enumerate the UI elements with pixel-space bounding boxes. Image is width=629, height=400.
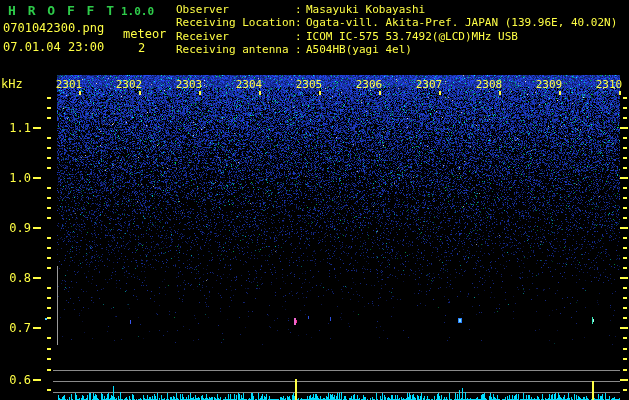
app-version: 1.0.0 bbox=[121, 5, 154, 18]
time-tick-label: 2301 bbox=[56, 79, 83, 91]
info-row-location: Receiving Location:Ogata-vill. Akita-Pre… bbox=[176, 16, 617, 29]
info-separator: : bbox=[295, 30, 306, 43]
output-filename: 0701042300.png bbox=[3, 21, 104, 35]
info-row-receiver: Receiver:ICOM IC-575 53.7492(@LCD)MHz US… bbox=[176, 30, 617, 43]
time-tick-label: 2302 bbox=[116, 79, 143, 91]
time-tick-label: 2303 bbox=[176, 79, 203, 91]
time-tick-label: 2305 bbox=[296, 79, 323, 91]
info-value: ICOM IC-575 53.7492(@LCD)MHz USB bbox=[306, 30, 518, 43]
time-tick-label: 2304 bbox=[236, 79, 263, 91]
freq-tick-label: 0.7 bbox=[0, 322, 31, 334]
info-value: Masayuki Kobayashi bbox=[306, 3, 425, 16]
station-info-table: Observer:Masayuki Kobayashi Receiving Lo… bbox=[176, 3, 617, 57]
hrofft-screen: H R O F F T 1.0.0 0701042300.png meteor … bbox=[0, 0, 629, 400]
info-label: Observer bbox=[176, 3, 295, 16]
info-label: Receiving antenna bbox=[176, 43, 295, 56]
spectrogram-canvas bbox=[0, 0, 629, 400]
info-separator: : bbox=[295, 43, 306, 56]
info-label: Receiver bbox=[176, 30, 295, 43]
freq-tick-label: 1.0 bbox=[0, 172, 31, 184]
meteor-count: 2 bbox=[138, 41, 145, 55]
freq-tick-label: 0.8 bbox=[0, 272, 31, 284]
freq-tick-label: 1.1 bbox=[0, 122, 31, 134]
app-title: H R O F F T bbox=[8, 3, 116, 18]
time-tick-label: 2310 bbox=[596, 79, 623, 91]
info-value: A504HB(yagi 4el) bbox=[306, 43, 412, 56]
info-row-antenna: Receiving antenna:A504HB(yagi 4el) bbox=[176, 43, 617, 56]
time-tick-label: 2307 bbox=[416, 79, 443, 91]
info-label: Receiving Location bbox=[176, 16, 295, 29]
mode-label: meteor bbox=[123, 27, 166, 41]
time-tick-label: 2309 bbox=[536, 79, 563, 91]
info-value: Ogata-vill. Akita-Pref. JAPAN (139.96E, … bbox=[306, 16, 617, 29]
info-separator: : bbox=[295, 16, 306, 29]
freq-unit-label: kHz bbox=[1, 77, 23, 91]
info-row-observer: Observer:Masayuki Kobayashi bbox=[176, 3, 617, 16]
time-tick-label: 2306 bbox=[356, 79, 383, 91]
info-separator: : bbox=[295, 3, 306, 16]
observation-datetime: 07.01.04 23:00 bbox=[3, 40, 104, 54]
freq-tick-label: 0.9 bbox=[0, 222, 31, 234]
time-tick-label: 2308 bbox=[476, 79, 503, 91]
freq-tick-label: 0.6 bbox=[0, 374, 31, 386]
